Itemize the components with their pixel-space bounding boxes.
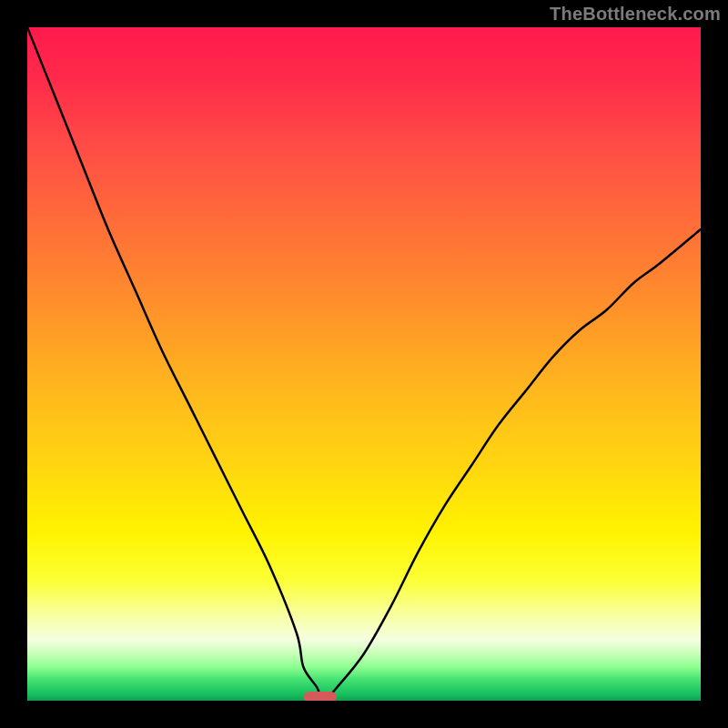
plot-area (27, 27, 701, 701)
curve-layer (27, 27, 701, 701)
chart-frame: TheBottleneck.com (0, 0, 728, 728)
bottleneck-curve (27, 27, 701, 701)
watermark-text: TheBottleneck.com (550, 4, 721, 25)
minimum-marker (304, 692, 337, 701)
